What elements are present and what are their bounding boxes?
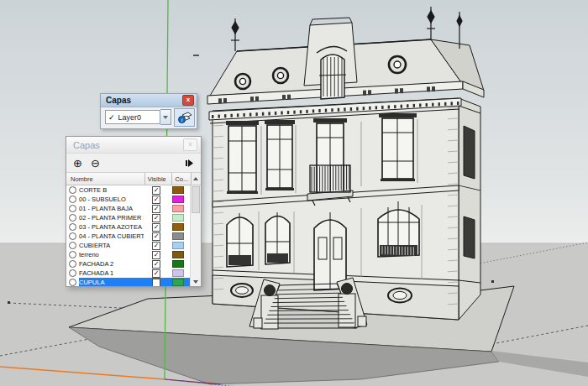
layer-visible-checkbox[interactable]: ✓ [152, 251, 160, 259]
layer-radio[interactable] [69, 186, 76, 194]
layer-color-swatch[interactable] [172, 279, 184, 286]
layers-toolbar-title: Capas [106, 96, 131, 105]
layers-dialog-window: Capas x ⊕ ⊖ Nombre Visible Co... CORTE B… [66, 136, 202, 287]
layer-color-swatch[interactable] [172, 196, 184, 203]
layer-radio[interactable] [69, 205, 76, 212]
layer-color-swatch[interactable] [172, 214, 184, 222]
layer-color-swatch[interactable] [172, 242, 184, 249]
scrollbar-thumb[interactable] [192, 186, 200, 213]
layer-name: 00 - SUBSUELO [79, 196, 144, 203]
layer-radio[interactable] [69, 196, 76, 203]
column-header-visible[interactable]: Visible [144, 173, 172, 185]
layer-name: 03 - PLANTA AZOTEA [79, 223, 144, 231]
layer-radio[interactable] [69, 232, 76, 240]
layer-visible-checkbox[interactable] [152, 279, 160, 287]
layer-name: CORTE B [79, 186, 144, 194]
layer-radio[interactable] [69, 279, 76, 286]
layer-name: FACHADA 2 [79, 260, 144, 268]
layer-visible-checkbox[interactable]: ✓ [152, 214, 160, 222]
layer-color-swatch[interactable] [172, 186, 184, 194]
layer-row[interactable]: CUBIERTA ✓ [66, 241, 190, 250]
layer-visible-checkbox[interactable]: ✓ [152, 186, 160, 195]
layer-visible-checkbox[interactable]: ✓ [152, 260, 160, 269]
chevron-down-icon [163, 116, 168, 119]
triangle-up-icon [193, 177, 198, 180]
layer-color-swatch[interactable] [172, 251, 184, 258]
layer-visible-checkbox[interactable]: ✓ [152, 269, 160, 278]
layer-radio[interactable] [69, 242, 76, 249]
column-header-color[interactable]: Co... [171, 173, 190, 185]
layer-color-swatch[interactable] [172, 232, 184, 240]
scroll-down-button[interactable] [191, 277, 201, 286]
layer-name: FACHADA 1 [79, 269, 144, 277]
layer-list: CORTE B ✓ 00 - SUBSUELO ✓ 01 - PLANTA BA… [66, 185, 190, 286]
layer-name: 01 - PLANTA BAJA [79, 205, 144, 212]
layer-color-swatch[interactable] [172, 260, 184, 268]
layer-visible-checkbox[interactable]: ✓ [152, 205, 160, 213]
layer-row[interactable]: terreno ✓ [66, 250, 190, 259]
layer-row[interactable]: CORTE B ✓ [66, 185, 190, 195]
layer-row[interactable]: 02 - PLANTA PRIMER P ✓ [66, 213, 190, 222]
svg-text:i: i [181, 117, 182, 123]
layer-radio[interactable] [69, 260, 76, 268]
scroll-up-button[interactable] [191, 173, 201, 185]
layer-visible-checkbox[interactable]: ✓ [152, 232, 160, 241]
layers-toolbar-titlebar[interactable]: Capas x [101, 94, 197, 107]
layer-name: CUBIERTA [79, 242, 144, 249]
triangle-down-icon [193, 280, 198, 284]
sketchup-viewport: { "layers_toolbar": { "title": "Capas", … [0, 0, 588, 386]
layer-name: terreno [79, 251, 144, 258]
active-layer-name: Layer0 [118, 113, 142, 122]
column-header-name[interactable]: Nombre [66, 173, 144, 185]
layer-row[interactable]: FACHADA 2 ✓ [66, 259, 190, 269]
check-icon: ✓ [108, 113, 115, 122]
layer-list-header[interactable]: Nombre Visible Co... [66, 172, 201, 185]
close-icon[interactable]: x [182, 95, 194, 106]
layer-color-swatch[interactable] [172, 223, 184, 231]
layer-dropdown-button[interactable] [160, 109, 171, 125]
layer-row[interactable]: 00 - SUBSUELO ✓ [66, 195, 190, 204]
layer-visible-checkbox[interactable]: ✓ [152, 223, 160, 232]
layers-dialog-titlebar[interactable]: Capas x [66, 137, 201, 154]
remove-layer-button[interactable]: ⊖ [91, 158, 100, 169]
close-icon[interactable]: x [183, 138, 197, 151]
layers-toolbar-window: Capas x ✓ Layer0 i [100, 93, 197, 129]
vertical-scrollbar[interactable] [190, 185, 201, 286]
layer-name: CUPULA [79, 279, 144, 286]
layer-name: 02 - PLANTA PRIMER P [79, 214, 144, 222]
layer-color-swatch[interactable] [172, 269, 184, 277]
layer-radio[interactable] [69, 223, 76, 231]
layer-row[interactable]: FACHADA 1 ✓ [66, 269, 190, 278]
details-arrow-icon[interactable] [185, 159, 194, 168]
layer-radio[interactable] [69, 251, 76, 258]
layer-name: 04 - PLANTA CUBIERTA [79, 232, 144, 240]
layer-visible-checkbox[interactable]: ✓ [152, 242, 160, 250]
layer-radio[interactable] [69, 214, 76, 222]
layers-info-icon: i [177, 111, 192, 123]
layer-color-swatch[interactable] [172, 205, 184, 212]
layer-row[interactable]: CUPULA [66, 278, 190, 286]
add-layer-button[interactable]: ⊕ [73, 158, 82, 169]
layers-dialog-title: Capas [73, 140, 100, 150]
layer-row[interactable]: 01 - PLANTA BAJA ✓ [66, 204, 190, 213]
layer-manager-button[interactable]: i [174, 108, 195, 127]
layer-radio[interactable] [69, 269, 76, 277]
layer-row[interactable]: 03 - PLANTA AZOTEA ✓ [66, 222, 190, 232]
active-layer-combobox[interactable]: ✓ Layer0 [105, 110, 160, 124]
layer-visible-checkbox[interactable]: ✓ [152, 196, 160, 204]
layer-row[interactable]: 04 - PLANTA CUBIERTA ✓ [66, 232, 190, 241]
